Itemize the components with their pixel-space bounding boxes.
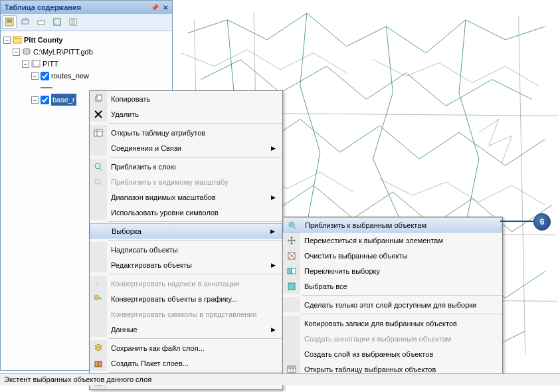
tree-dataset-label: PITT [43, 58, 58, 70]
layer1-checkbox[interactable] [41, 72, 49, 80]
tree-layer2-label: base_r [51, 94, 76, 106]
context-menu-item-13[interactable]: Надписать объекты [90, 242, 282, 257]
panel-title-text: Таблица содержания [5, 3, 81, 11]
svg-rect-16 [97, 95, 102, 100]
tree-root-row[interactable]: − Pitt County [3, 34, 169, 46]
context-menu-item-7[interactable]: Приблизить к видимому масштабу [90, 174, 282, 189]
context-menu-item-8[interactable]: Диапазон видимых масштабов▶ [90, 189, 282, 205]
zoom-sel-icon [284, 218, 301, 232]
menu-separator [108, 274, 282, 274]
callout-line [500, 221, 535, 222]
layer2-checkbox[interactable] [41, 96, 49, 104]
svg-rect-40 [292, 268, 296, 274]
context-menu-item-19[interactable]: Данные▶ [90, 322, 282, 337]
menu-label: Выбрать все [304, 282, 500, 290]
pan-sel-icon [283, 233, 300, 248]
context-menu-item-11[interactable]: Выборка▶ [90, 223, 282, 239]
tree-gdb-label: C:\MyLR\PITT.gdb [33, 46, 93, 58]
submenu-item-6[interactable]: Сделать только этот слой доступным для в… [283, 297, 502, 312]
context-menu-item-16[interactable]: AКонвертировать надписи в аннотации [90, 276, 282, 291]
menu-label: Переместиться к выбранным элементам [304, 237, 500, 245]
submenu-item-10[interactable]: Создать слой из выбранных объектов [283, 346, 502, 361]
tree-layer1-row[interactable]: − routes_new [31, 70, 169, 82]
menu-separator [108, 338, 282, 339]
list-by-selection-button[interactable] [50, 15, 64, 29]
menu-label: Копировать [111, 95, 280, 103]
svg-rect-2 [7, 21, 12, 23]
menu-label: Открыть таблицу выбранных объектов [304, 365, 500, 373]
table-icon [90, 125, 107, 140]
submenu-item-4[interactable]: Выбрать все [283, 278, 502, 294]
context-menu-item-4[interactable]: Соединения и Связи▶ [90, 140, 282, 155]
delete-icon [90, 106, 107, 122]
menu-label: Использовать уровни символов [111, 209, 280, 217]
menu-separator [108, 157, 282, 157]
submenu-item-8[interactable]: Копировать записи для выбранных объектов [283, 316, 502, 331]
chevron-right-icon: ▶ [270, 228, 279, 235]
tree-gdb-row[interactable]: − C:\MyLR\PITT.gdb [13, 46, 169, 58]
blank-icon [90, 205, 107, 220]
menu-label: Сохранить как файл слоя... [111, 344, 280, 352]
blank-icon [90, 242, 107, 257]
context-menu-item-3[interactable]: Открыть таблицу атрибутов [90, 125, 282, 140]
menu-label: Данные [111, 326, 271, 334]
blank-icon [90, 140, 107, 155]
menu-label: Копировать записи для выбранных объектов [304, 320, 500, 328]
context-menu-item-22[interactable]: Создать Пакет слоев... [90, 355, 282, 371]
context-menu-item-0[interactable]: Копировать [90, 91, 282, 106]
menu-label: Удалить [111, 110, 280, 118]
context-menu-item-21[interactable]: Сохранить как файл слоя... [90, 340, 282, 355]
status-bar: Экстент выбранных объектов данного слоя [0, 373, 560, 385]
list-by-drawing-button[interactable] [2, 15, 17, 29]
options-button[interactable] [66, 15, 80, 29]
submenu-item-2[interactable]: Очистить выбранные объекты [283, 248, 502, 263]
geodatabase-icon [22, 47, 31, 56]
context-menu-item-14[interactable]: Редактировать объекты▶ [90, 257, 282, 272]
svg-rect-39 [288, 268, 292, 274]
chevron-right-icon: ▶ [271, 145, 280, 151]
svg-rect-19 [94, 130, 102, 136]
menu-label: Соединения и Связи [111, 144, 271, 152]
menu-label: Конвертировать символы в представления [111, 310, 280, 318]
list-by-source-button[interactable] [18, 15, 33, 29]
blank-icon [283, 316, 300, 331]
package-icon [90, 355, 107, 371]
svg-rect-27 [95, 296, 98, 299]
submenu-item-9[interactable]: Создать аннотации к выбранным объектам [283, 331, 502, 346]
context-menu-item-9[interactable]: Использовать уровни символов [90, 205, 282, 220]
blank-icon [283, 331, 300, 346]
svg-point-24 [95, 179, 100, 184]
svg-rect-41 [288, 283, 295, 290]
svg-rect-10 [17, 38, 19, 39]
list-by-visibility-button[interactable] [34, 15, 48, 29]
close-icon[interactable]: ✕ [163, 4, 168, 11]
tree-dataset-row[interactable]: − PITT [22, 58, 169, 70]
submenu-item-3[interactable]: Переключить выборку [283, 263, 502, 278]
svg-rect-5 [38, 21, 45, 25]
svg-line-34 [294, 227, 296, 229]
clear-sel-icon [283, 248, 300, 263]
context-menu-item-1[interactable]: Удалить [90, 106, 282, 122]
svg-rect-1 [7, 19, 12, 21]
submenu-item-1[interactable]: Переместиться к выбранным элементам [283, 233, 502, 248]
context-menu-item-17[interactable]: Конвертировать объекты в графику... [90, 291, 282, 306]
convert-obj-icon [90, 291, 107, 306]
context-menu-item-6[interactable]: Приблизить к слою [90, 159, 282, 174]
switch-sel-icon [283, 263, 300, 278]
menu-label: Редактировать объекты [111, 261, 271, 269]
menu-label: Конвертировать надписи в аннотации [111, 280, 280, 288]
menu-label: Очистить выбранные объекты [304, 252, 500, 260]
menu-label: Переключить выборку [304, 267, 500, 275]
context-menu-item-18[interactable]: Конвертировать символы в представления [90, 306, 282, 322]
svg-rect-8 [13, 37, 21, 43]
submenu-item-0[interactable]: Приблизить к выбранным объектам [283, 217, 502, 233]
menu-separator [302, 295, 502, 296]
menu-label: Надписать объекты [111, 246, 280, 254]
zoom-layer-icon [90, 159, 107, 174]
blank-icon [283, 297, 300, 312]
blank-icon [90, 257, 107, 272]
pin-icon[interactable]: 📌 [151, 4, 159, 11]
select-all-icon [283, 278, 300, 294]
tree-layer1-label: routes_new [51, 70, 89, 82]
svg-rect-35 [290, 223, 293, 226]
